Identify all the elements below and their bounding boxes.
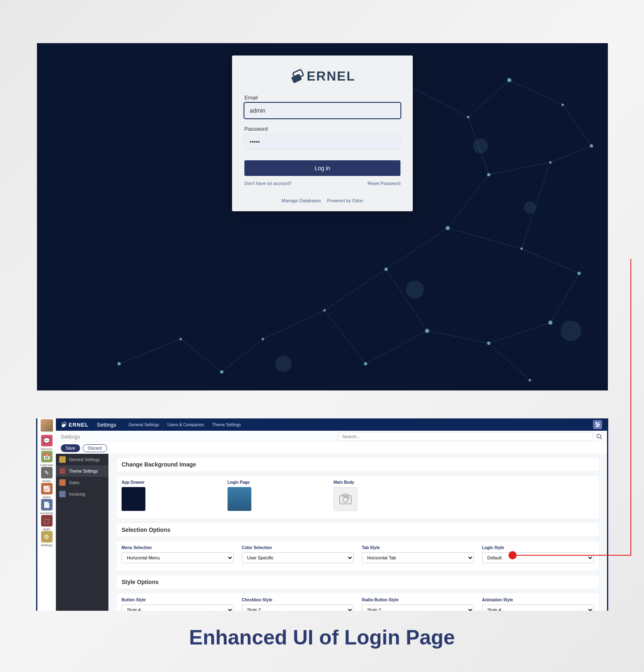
svg-line-21 [181,339,222,372]
svg-line-11 [386,228,448,269]
side-item-invoicing[interactable]: ⬚Invoicing [56,488,108,500]
discard-button[interactable]: Discard [83,444,107,452]
dropdown-tab-style: Tab StyleHorizontal Tab [362,545,474,563]
bg-thumbnail[interactable] [228,487,251,511]
nav-title: Settings [97,422,116,428]
dropdown-label: Checkbox Style [242,598,354,602]
icon-rail: 💬Discuss📅Calendar✎Notes📈Sales📄Invoicing⬚… [37,418,56,611]
svg-line-22 [222,339,263,372]
side-icon: ⬚ [59,491,66,497]
svg-point-45 [473,139,488,153]
svg-line-9 [522,162,550,249]
nav-link-general[interactable]: General Settings [129,423,159,427]
dropdown-button-style: Button StyleStyle 4 [122,598,234,611]
bg-image-login-page: Login Page [228,480,251,511]
kernel-logo-icon [290,68,306,84]
dropdown-select[interactable]: Style 2 [242,605,354,611]
action-row: Save Discard [56,442,607,454]
svg-line-23 [366,331,427,364]
svg-point-27 [561,104,564,106]
dropdown-select[interactable]: Style 2 [362,605,474,611]
rail-item-sales[interactable]: 📈Sales [40,483,53,499]
nav-link-theme[interactable]: Theme Settings [212,423,241,427]
svg-point-60 [597,434,601,438]
form-area: Change Background Image App DrawerLogin … [108,454,607,611]
svg-line-14 [263,310,324,339]
svg-line-17 [489,323,550,343]
search-icon[interactable] [596,434,602,439]
bg-label: Main Body [334,480,357,485]
svg-point-40 [548,321,552,325]
rail-item-notes[interactable]: ✎Notes [40,467,53,483]
kernel-logo-icon [61,421,67,428]
svg-point-48 [275,356,292,372]
rail-item-discuss[interactable]: 💬Discuss [40,435,53,451]
svg-point-41 [529,379,531,381]
login-button[interactable]: Log in [244,160,400,176]
dropdown-select[interactable]: Default [482,552,594,563]
bg-thumbnail[interactable]: + [334,487,357,511]
email-input[interactable] [244,103,400,118]
login-card: ERNEL Email Password Log in Don't have a… [232,55,413,211]
dropdown-label: Tab Style [362,545,474,550]
dropdown-select[interactable]: Horizontal Tab [362,552,474,563]
svg-line-16 [427,331,489,343]
dropdown-select[interactable]: User Specific [242,552,354,563]
login-screenshot: ERNEL Email Password Log in Don't have a… [37,43,608,390]
svg-point-39 [487,342,490,345]
user-avatar[interactable] [41,419,53,432]
svg-point-31 [446,226,450,230]
svg-rect-51 [291,74,302,83]
caption: Enhanced UI of Login Page [0,626,644,649]
powered-by-link[interactable]: Powered by Odoo [327,198,363,203]
side-label: Invoicing [69,492,85,496]
svg-line-18 [550,273,579,323]
bg-label: Login Page [228,480,251,485]
signup-link[interactable]: Don't have an account? [244,181,292,186]
rail-item-invoicing[interactable]: 📄Invoicing [40,499,53,515]
settings-screenshot: 💬Discuss📅Calendar✎Notes📈Sales📄Invoicing⬚… [36,418,608,611]
rail-item-apps[interactable]: ⬚Apps [40,515,53,531]
rail-item-settings[interactable]: ⚙Settings [40,531,53,547]
svg-line-19 [489,343,530,380]
svg-point-35 [323,309,326,312]
side-item-general-settings[interactable]: ⬚General Settings [56,454,108,465]
svg-line-5 [489,162,550,175]
reset-password-link[interactable]: Reset Password [368,181,400,186]
svg-point-43 [179,338,182,340]
svg-point-42 [117,362,121,365]
dropdown-select[interactable]: Style 4 [482,605,594,611]
dropdown-menu-selection: Menu SelectionHorizontal Menu [122,545,234,563]
nav-settings-icon[interactable] [593,420,602,429]
side-icon: ⬚ [59,479,66,486]
nav-link-users[interactable]: Users & Companies [168,423,204,427]
calendar-icon: 📅 [41,451,53,462]
svg-point-28 [590,144,593,148]
svg-line-10 [522,249,579,273]
invoicing-icon: 📄 [41,499,53,510]
password-input[interactable] [244,134,400,150]
manage-databases-link[interactable]: Manage Databases [282,198,321,203]
save-button[interactable]: Save [61,444,80,452]
dropdown-select[interactable]: Horizontal Menu [122,552,234,563]
sub-header: Settings [56,431,607,442]
svg-point-57 [596,423,597,424]
dropdown-color-selection: Color SelectionUser Specific [242,545,354,563]
svg-line-7 [448,175,489,228]
dropdown-select[interactable]: Style 4 [122,605,234,611]
magnifier-icon [596,434,602,439]
rail-label: Calendar [40,463,53,467]
svg-line-12 [324,269,386,310]
bg-thumbnail[interactable] [122,487,145,511]
side-nav: ⬚General Settings⬚Theme Settings⬚Sales⬚I… [56,454,108,611]
side-item-sales[interactable]: ⬚Sales [56,477,108,488]
svg-point-29 [487,173,490,176]
dropdown-label: Menu Selection [122,545,234,550]
discuss-icon: 💬 [41,435,53,446]
nav-logo[interactable]: ERNEL [61,421,89,428]
svg-line-0 [407,84,468,117]
search-input[interactable] [338,432,593,441]
rail-item-calendar[interactable]: 📅Calendar [40,451,53,467]
dropdown-checkbox-style: Checkbox StyleStyle 2 [242,598,354,611]
side-item-theme-settings[interactable]: ⬚Theme Settings [56,465,108,477]
